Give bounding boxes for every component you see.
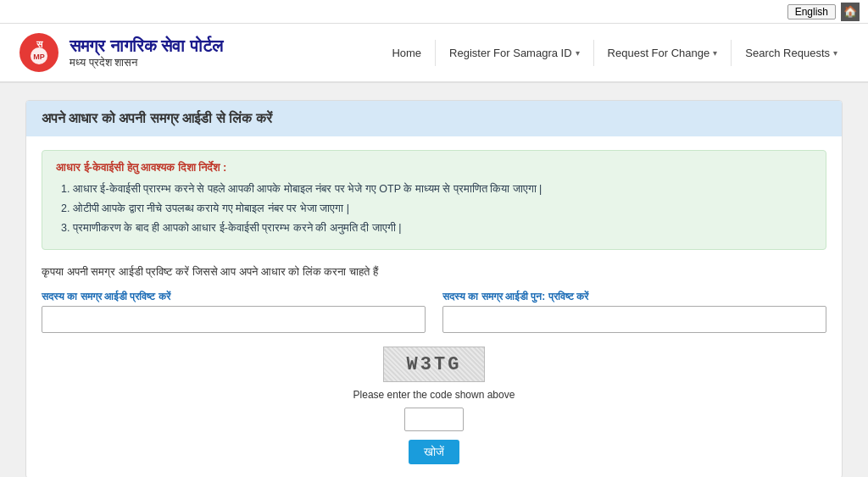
form-description: कृपया अपनी समग्र आईडी प्रविष्ट करें जिसस… — [42, 265, 826, 279]
captcha-input[interactable] — [404, 408, 464, 431]
home-icon-button[interactable]: 🏠 — [841, 3, 860, 21]
card-header: अपने आधार को अपनी समग्र आईडी से लिंक करे… — [26, 101, 842, 136]
logo-subtitle: मध्य प्रदेश शासन — [70, 56, 223, 69]
info-box: आधार ई-केवाईसी हेतु आवश्यक दिशा निर्देश … — [42, 150, 826, 250]
search-dropdown-arrow: ▾ — [833, 48, 837, 58]
form-row: सदस्य का समग्र आईडी प्रविष्ट करें सदस्य … — [42, 291, 826, 333]
card-title: अपने आधार को अपनी समग्र आईडी से लिंक करे… — [42, 111, 272, 125]
card-body: आधार ई-केवाईसी हेतु आवश्यक दिशा निर्देश … — [26, 136, 842, 477]
captcha-label: Please enter the code shown above — [353, 389, 515, 401]
english-button[interactable]: English — [787, 4, 836, 19]
info-item-3: प्रमाणीकरण के बाद ही आपको आधार ई-केवाईसी… — [73, 220, 812, 236]
form-group-id: सदस्य का समग्र आईडी प्रविष्ट करें — [42, 291, 426, 333]
register-dropdown-arrow: ▾ — [576, 48, 580, 58]
field2-label: सदस्य का समग्र आईडी पुन: प्रविष्ट करें — [442, 291, 826, 302]
field1-label: सदस्य का समग्र आईडी प्रविष्ट करें — [42, 291, 426, 302]
main-nav: Home Register For Samagra ID ▾ Request F… — [378, 40, 851, 66]
logo-title: समग्र नागरिक सेवा पोर्टल — [70, 36, 223, 56]
info-list: आधार ई-केवाईसी प्रारम्भ करने से पहले आपक… — [56, 181, 812, 236]
logo-area: स MP समग्र नागरिक सेवा पोर्टल मध्य प्रदे… — [17, 31, 223, 75]
samagra-id-input[interactable] — [42, 306, 426, 333]
svg-text:MP: MP — [33, 53, 45, 61]
logo-icon: स MP — [17, 31, 61, 75]
info-box-title: आधार ई-केवाईसी हेतु आवश्यक दिशा निर्देश … — [56, 161, 812, 175]
nav-item-search[interactable]: Search Requests ▾ — [732, 40, 851, 66]
info-item-1: आधार ई-केवाईसी प्रारम्भ करने से पहले आपक… — [73, 181, 812, 197]
top-bar: English 🏠 — [0, 0, 868, 24]
logo-text: समग्र नागरिक सेवा पोर्टल मध्य प्रदेश शास… — [70, 36, 223, 69]
nav-item-register[interactable]: Register For Samagra ID ▾ — [436, 40, 594, 66]
main-content: अपने आधार को अपनी समग्र आईडी से लिंक करे… — [0, 83, 868, 477]
nav-item-home[interactable]: Home — [378, 40, 436, 66]
info-item-2: ओटीपी आपके द्वारा नीचे उपलब्ध कराये गए म… — [73, 201, 812, 217]
samagra-id-confirm-input[interactable] — [442, 306, 826, 333]
main-card: अपने आधार को अपनी समग्र आईडी से लिंक करे… — [25, 100, 843, 477]
captcha-section: W3TG Please enter the code shown above ख… — [42, 347, 826, 464]
header: स MP समग्र नागरिक सेवा पोर्टल मध्य प्रदे… — [0, 24, 868, 83]
form-group-id-confirm: सदस्य का समग्र आईडी पुन: प्रविष्ट करें — [442, 291, 826, 333]
captcha-image: W3TG — [383, 347, 485, 382]
captcha-text: W3TG — [407, 354, 462, 375]
submit-button[interactable]: खोजें — [409, 440, 459, 464]
request-dropdown-arrow: ▾ — [713, 48, 717, 58]
top-bar-right: English 🏠 — [787, 3, 860, 21]
nav-item-request[interactable]: Request For Change ▾ — [594, 40, 732, 66]
